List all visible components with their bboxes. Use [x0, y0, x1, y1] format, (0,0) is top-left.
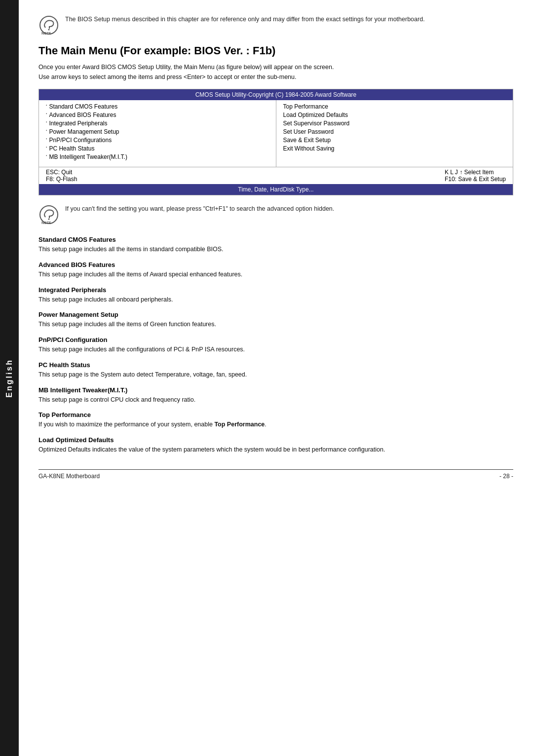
- section-title-4: PnP/PCI Configuration: [38, 336, 513, 343]
- section-desc-6: This setup page is control CPU clock and…: [38, 395, 513, 405]
- svg-text:NOTE: NOTE: [41, 32, 51, 35]
- note-2-text: If you can't find the setting you want, …: [65, 204, 334, 214]
- note-box-2: NOTE If you can't find the setting you w…: [38, 204, 513, 225]
- section-title-7: Top Performance: [38, 411, 513, 418]
- section-desc-7: If you wish to maximize the performance …: [38, 420, 513, 429]
- bios-footer-left: ESC: Quit F8: Q-Flash: [46, 169, 77, 183]
- bullet-0: ‘: [46, 104, 47, 110]
- section-title-5: PC Health Status: [38, 361, 513, 369]
- bios-right-item-4: Save & Exit Setup: [283, 137, 506, 144]
- bios-left-item-6: ‘ MB Intelligent Tweaker(M.I.T.): [46, 153, 269, 160]
- section-2: Integrated Peripherals This setup page i…: [38, 286, 513, 304]
- svg-text:NOTE: NOTE: [41, 221, 51, 225]
- bios-left-item-1: ‘ Advanced BIOS Features: [46, 112, 269, 118]
- intro-line1: Once you enter Award BIOS CMOS Setup Uti…: [38, 62, 513, 82]
- footer-left: GA-K8NE Motherboard: [38, 473, 100, 480]
- bios-select-item: K L J ↑ Select Item: [445, 169, 506, 176]
- bios-footer-right: K L J ↑ Select Item F10: Save & Exit Set…: [445, 169, 506, 183]
- bullet-6: ‘: [46, 154, 47, 160]
- bullet-5: ‘: [46, 146, 47, 151]
- bios-left-item-2: ‘ Integrated Peripherals: [46, 120, 269, 127]
- footer-right: - 28 -: [499, 473, 513, 480]
- section-desc-1: This setup page includes all the items o…: [38, 270, 513, 279]
- bios-left-text-0: Standard CMOS Features: [49, 103, 117, 110]
- bios-left-text-4: PnP/PCI Configurations: [49, 137, 112, 144]
- section-0: Standard CMOS Features This setup page i…: [38, 236, 513, 254]
- note-1-text: The BIOS Setup menus described in this c…: [65, 15, 425, 24]
- bios-table-body: ‘ Standard CMOS Features ‘ Advanced BIOS…: [39, 100, 513, 167]
- svg-point-4: [48, 219, 50, 220]
- section-desc-4: This setup page includes all the configu…: [38, 345, 513, 354]
- bios-right-item-0: Top Performance: [283, 103, 506, 110]
- bios-left-text-3: Power Management Setup: [49, 128, 119, 135]
- section-desc-5: This setup page is the System auto detec…: [38, 370, 513, 379]
- section-desc-0: This setup page includes all the items i…: [38, 245, 513, 254]
- bios-left-text-2: Integrated Peripherals: [49, 120, 107, 127]
- bios-table-header: CMOS Setup Utility-Copyright (C) 1984-20…: [39, 89, 513, 100]
- bios-save-exit: F10: Save & Exit Setup: [445, 176, 506, 183]
- bios-left-text-5: PC Health Status: [49, 145, 94, 152]
- bios-left-item-4: ‘ PnP/PCI Configurations: [46, 137, 269, 144]
- bios-left-text-1: Advanced BIOS Features: [49, 112, 116, 118]
- section-6: MB Intelligent Tweaker(M.I.T.) This setu…: [38, 386, 513, 405]
- section-desc-8: Optimized Defaults indicates the value o…: [38, 445, 513, 454]
- svg-point-1: [48, 29, 50, 31]
- section-3: Power Management Setup This setup page i…: [38, 311, 513, 329]
- section-title-8: Load Optimized Defaults: [38, 436, 513, 444]
- page-title: The Main Menu (For example: BIOS Ver. : …: [38, 44, 513, 57]
- bios-right-item-3: Set User Password: [283, 128, 506, 135]
- bios-table-footer: ESC: Quit F8: Q-Flash K L J ↑ Select Ite…: [39, 167, 513, 184]
- section-7: Top Performance If you wish to maximize …: [38, 411, 513, 429]
- bullet-4: ‘: [46, 137, 47, 143]
- bullet-1: ‘: [46, 112, 47, 118]
- bios-left-item-3: ‘ Power Management Setup: [46, 128, 269, 135]
- sidebar: English: [0, 0, 19, 756]
- section-desc-2: This setup page includes all onboard per…: [38, 295, 513, 304]
- section-title-6: MB Intelligent Tweaker(M.I.T.): [38, 386, 513, 394]
- bios-left-item-5: ‘ PC Health Status: [46, 145, 269, 152]
- main-content: NOTE The BIOS Setup menus described in t…: [19, 0, 533, 756]
- bios-esc-quit: ESC: Quit: [46, 169, 77, 176]
- bios-f8-qflash: F8: Q-Flash: [46, 176, 77, 183]
- bios-left-item-0: ‘ Standard CMOS Features: [46, 103, 269, 110]
- page-footer: GA-K8NE Motherboard - 28 -: [38, 469, 513, 480]
- bios-right-col: Top Performance Load Optimized Defaults …: [276, 100, 513, 167]
- note-icon-2: NOTE: [38, 204, 59, 225]
- bullet-2: ‘: [46, 120, 47, 126]
- section-desc-3: This setup page includes all the items o…: [38, 320, 513, 329]
- bios-right-item-1: Load Optimized Defaults: [283, 112, 506, 118]
- bios-left-text-6: MB Intelligent Tweaker(M.I.T.): [49, 153, 127, 160]
- bios-right-item-5: Exit Without Saving: [283, 145, 506, 152]
- bios-right-item-2: Set Supervisor Password: [283, 120, 506, 127]
- bios-left-col: ‘ Standard CMOS Features ‘ Advanced BIOS…: [39, 100, 276, 167]
- bullet-3: ‘: [46, 129, 47, 135]
- section-5: PC Health Status This setup page is the …: [38, 361, 513, 379]
- section-title-1: Advanced BIOS Features: [38, 261, 513, 268]
- section-title-3: Power Management Setup: [38, 311, 513, 318]
- section-title-2: Integrated Peripherals: [38, 286, 513, 294]
- sidebar-label: English: [5, 359, 14, 398]
- section-4: PnP/PCI Configuration This setup page in…: [38, 336, 513, 354]
- note-icon-1: NOTE: [38, 15, 59, 36]
- note-box-1: NOTE The BIOS Setup menus described in t…: [38, 15, 513, 36]
- section-1: Advanced BIOS Features This setup page i…: [38, 261, 513, 279]
- section-8: Load Optimized Defaults Optimized Defaul…: [38, 436, 513, 454]
- bios-status-bar: Time, Date, HardDisk Type...: [39, 184, 513, 195]
- bios-table: CMOS Setup Utility-Copyright (C) 1984-20…: [38, 89, 513, 195]
- section-title-0: Standard CMOS Features: [38, 236, 513, 243]
